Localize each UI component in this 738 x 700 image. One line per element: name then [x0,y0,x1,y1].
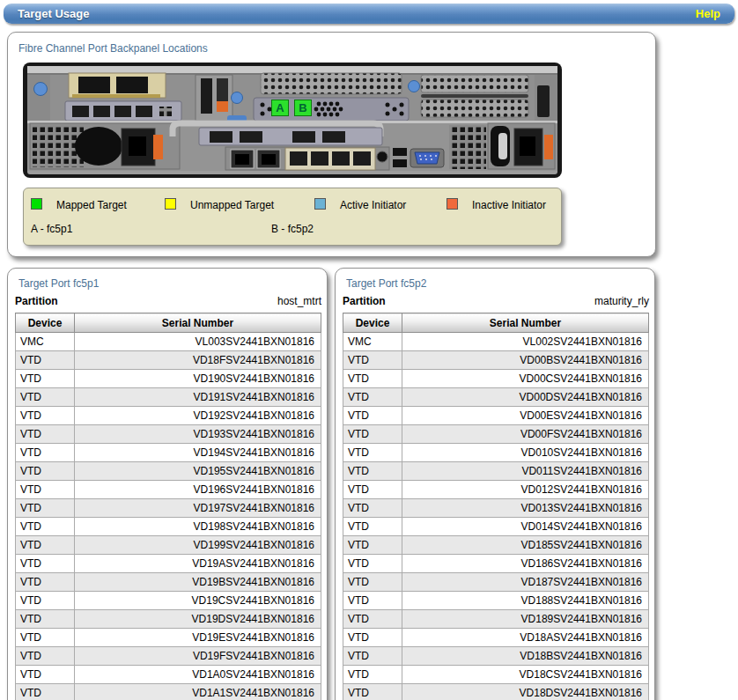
page-title: Target Usage [18,7,89,20]
device-cell: VTD [343,666,402,684]
serial-number-cell: VD00FSV2441BXN01816 [402,425,649,444]
device-cell: VTD [16,610,75,629]
table-row: VTDVD012SV2441BXN01816 [343,481,649,499]
table-row: VTDVD00ESV2441BXN01816 [343,407,649,425]
usb-port-top-icon [393,148,407,156]
serial-number-cell: VD19FSV2441BXN01816 [75,647,321,666]
port-panel-title: Target Port fc5p2 [346,277,426,290]
unmapped-target-swatch [165,198,176,210]
center-port-module [199,128,382,145]
table-row: VTDVD187SV2441BXN01816 [343,573,649,592]
device-table: Device Serial Number VMCVL003SV2441BXN01… [15,313,321,700]
active-initiator-swatch [314,198,326,210]
serial-number-cell: VD18ASV2441BXN01816 [402,629,649,647]
device-cell: VMC [16,333,75,351]
device-cell: VTD [343,351,402,370]
table-row: VTDVD010SV2441BXN01816 [343,444,649,462]
table-row: VTDVD013SV2441BXN01816 [343,499,649,518]
table-row: VTDVD19BSV2441BXN01816 [16,573,321,592]
table-row: VTDVD1A0SV2441BXN01816 [16,666,321,684]
device-cell: VTD [16,555,75,573]
table-row: VTDVD197SV2441BXN01816 [16,499,321,518]
serial-number-cell: VL002SV2441BXN01816 [402,333,649,351]
partition-line: Partition maturity_rly [343,295,649,307]
table-row: VTDVD193SV2441BXN01816 [16,425,321,444]
device-cell: VTD [16,370,75,388]
table-row: VTDVD18BSV2441BXN01816 [343,647,649,666]
table-row: VTDVD186SV2441BXN01816 [343,555,649,573]
port-table-wrap: Device Serial Number VMCVL003SV2441BXN01… [15,313,321,700]
table-row: VTDVD19DSV2441BXN01816 [16,610,321,629]
table-row: VTDVD00BSV2441BXN01816 [343,351,649,370]
center-riser-card [196,75,232,121]
device-cell: VTD [16,647,75,666]
partition-label: Partition [15,295,58,307]
serial-number-cell: VD193SV2441BXN01816 [75,425,321,444]
titlebar: Target Usage Help [4,4,734,24]
legend: Mapped Target Unmapped Target Active Ini… [23,188,562,246]
device-cell: VTD [16,407,75,425]
device-cell: VTD [343,518,402,536]
table-row: VTDVD19FSV2441BXN01816 [16,647,321,666]
device-cell: VTD [343,610,402,629]
thumbscrew-right-icon [409,81,420,92]
active-initiator-label: Active Initiator [340,199,406,211]
device-cell: VTD [343,407,402,425]
serial-number-cell: VD190SV2441BXN01816 [75,370,321,388]
serial-number-cell: VD192SV2441BXN01816 [75,407,321,425]
serial-number-cell: VD011SV2441BXN01816 [402,462,649,481]
serial-number-cell: VD010SV2441BXN01816 [402,444,649,462]
device-cell: VTD [16,462,75,481]
table-row: VTDVD18ASV2441BXN01816 [343,629,649,647]
device-column-header: Device [343,313,402,333]
device-cell: VTD [343,647,402,666]
thumbscrew-left-icon [34,83,48,96]
serial-number-cell: VD012SV2441BXN01816 [402,481,649,499]
device-cell: VTD [16,573,75,592]
device-cell: VTD [343,370,402,388]
device-cell: VTD [343,592,402,610]
table-row: VTDVD189SV2441BXN01816 [343,610,649,629]
left-port-module [65,101,181,121]
device-cell: VTD [343,536,402,555]
port-b-assignment: B - fc5p2 [271,223,314,235]
serial-number-cell: VD18DSV2441BXN01816 [402,684,649,700]
partition-line: Partition host_mtrt [15,295,321,307]
server-rear-illustration [23,63,562,178]
serial-number-cell: VD195SV2441BXN01816 [75,462,321,481]
serial-number-cell: VD191SV2441BXN01816 [75,388,321,407]
table-row: VTDVD00FSV2441BXN01816 [343,425,649,444]
service-tag-label [537,85,550,117]
table-row: VTDVD18DSV2441BXN01816 [343,684,649,700]
table-row: VTDVD188SV2441BXN01816 [343,592,649,610]
partition-value: maturity_rly [594,295,649,307]
port-panel-title: Target Port fc5p1 [18,277,99,290]
table-row: VTDVD190SV2441BXN01816 [16,370,321,388]
table-row: VTDVD191SV2441BXN01816 [16,388,321,407]
partition-label: Partition [343,295,386,307]
table-row: VMCVL003SV2441BXN01816 [16,333,321,351]
unmapped-target-label: Unmapped Target [190,199,274,211]
serial-number-cell: VD18FSV2441BXN01816 [75,351,321,370]
device-cell: VTD [16,388,75,407]
device-cell: VTD [16,592,75,610]
help-link[interactable]: Help [696,7,720,20]
table-row: VTDVD196SV2441BXN01816 [16,481,321,499]
serial-number-cell: VD19BSV2441BXN01816 [75,573,321,592]
server-rear-image: A B [23,63,562,178]
device-cell: VTD [343,499,402,518]
backpanel-panel-title: Fibre Channel Port Backpanel Locations [18,42,208,55]
device-table: Device Serial Number VMCVL002SV2441BXN01… [343,313,649,700]
network-port-strip [225,147,389,170]
vent-grid-top-center [261,73,402,94]
serial-number-cell: VD00DSV2441BXN01816 [402,388,649,407]
table-row: VTDVD195SV2441BXN01816 [16,462,321,481]
serial-number-cell: VD186SV2441BXN01816 [402,555,649,573]
device-cell: VTD [343,481,402,499]
serial-number-cell: VD1A0SV2441BXN01816 [75,666,321,684]
table-row: VTDVD192SV2441BXN01816 [16,407,321,425]
psu-left-orange-clip-icon [153,135,163,159]
inactive-initiator-swatch [446,198,458,210]
serial-number-cell: VL003SV2441BXN01816 [75,333,321,351]
table-row: VTDVD198SV2441BXN01816 [16,518,321,536]
